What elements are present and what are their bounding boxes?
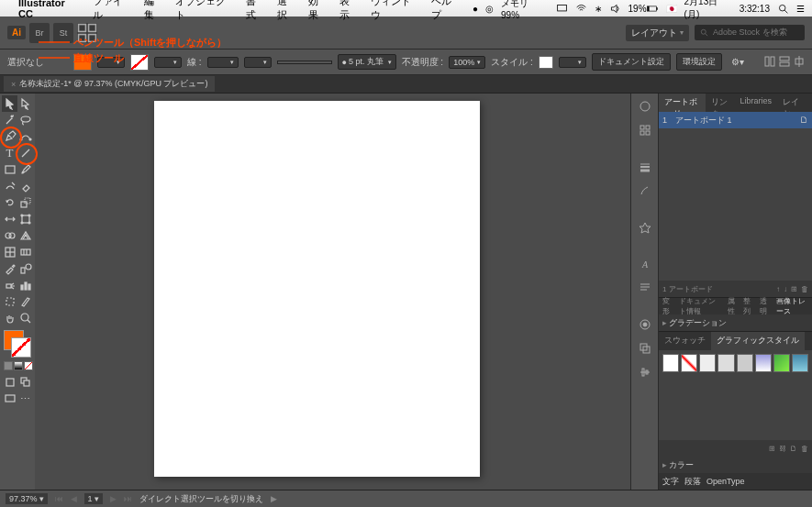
tab-graphic-styles[interactable]: グラフィックスタイル xyxy=(711,332,805,350)
gradient-accordion[interactable]: グラデーション xyxy=(659,314,812,331)
color-accordion[interactable]: カラー xyxy=(659,457,812,473)
artboard-tool[interactable] xyxy=(2,293,17,310)
align-icon-2[interactable] xyxy=(779,56,790,69)
hand-tool[interactable] xyxy=(2,310,17,326)
tab-opentype[interactable]: OpenType xyxy=(706,477,745,486)
break-link-icon[interactable]: ⛓ xyxy=(779,445,786,453)
line-segment-tool[interactable] xyxy=(17,145,33,161)
fill-stroke-indicator[interactable] xyxy=(4,330,33,359)
free-transform-tool[interactable] xyxy=(17,211,33,227)
pathfinder-panel-icon[interactable] xyxy=(634,339,656,358)
new-artboard-icon[interactable]: ⊞ xyxy=(791,285,797,293)
none-mode-button[interactable] xyxy=(24,361,33,370)
menu-file[interactable]: ファイル xyxy=(93,0,133,22)
volume-icon[interactable] xyxy=(609,3,621,15)
brush-preview[interactable] xyxy=(277,61,332,64)
align-icon-1[interactable] xyxy=(764,56,775,69)
workspace-switcher[interactable]: レイアウト xyxy=(626,25,689,41)
input-source-icon[interactable]: 🇯🇵 xyxy=(666,4,677,14)
rotate-tool[interactable] xyxy=(2,194,17,211)
gradient-tool[interactable] xyxy=(17,244,33,260)
appearance-panel-icon[interactable] xyxy=(634,315,656,334)
menu-effect[interactable]: 効果 xyxy=(308,0,328,22)
spotlight-icon[interactable] xyxy=(777,3,789,15)
tab-character[interactable]: 文字 xyxy=(662,476,679,488)
swatches-panel-icon[interactable] xyxy=(634,121,656,139)
stock-button[interactable]: St xyxy=(53,23,73,43)
bluetooth-icon[interactable]: ∗ xyxy=(595,4,602,14)
tab-artboards[interactable]: アートボード xyxy=(659,94,706,112)
selection-tool[interactable] xyxy=(2,95,17,112)
close-tab-icon[interactable]: × xyxy=(11,80,16,89)
menu-type[interactable]: 書式 xyxy=(246,0,266,22)
preferences-button[interactable]: 環境設定 xyxy=(676,53,722,71)
style-swatch-4[interactable] xyxy=(717,354,734,372)
menu-window[interactable]: ウィンドウ xyxy=(371,0,421,22)
align-icon-3[interactable] xyxy=(794,56,805,69)
menu-select[interactable]: 選択 xyxy=(277,0,297,22)
ai-home-button[interactable]: Ai xyxy=(7,26,26,39)
styles-menu-icon[interactable]: ⊞ xyxy=(769,445,775,453)
symbol-sprayer-tool[interactable] xyxy=(2,277,17,293)
eraser-tool[interactable] xyxy=(17,178,33,194)
style-swatch-7[interactable] xyxy=(773,354,790,372)
perspective-grid-tool[interactable] xyxy=(17,227,33,244)
wifi-icon[interactable] xyxy=(575,3,587,15)
style-swatch-2[interactable] xyxy=(681,354,697,372)
slice-tool[interactable] xyxy=(17,293,33,310)
direct-selection-tool[interactable] xyxy=(17,95,33,112)
tab-swatches[interactable]: スウォッチ xyxy=(659,332,711,350)
shaper-tool[interactable] xyxy=(2,178,17,194)
character-panel-icon[interactable]: A xyxy=(634,255,656,273)
date[interactable]: 2月13日(月) xyxy=(684,0,732,21)
mesh-tool[interactable] xyxy=(2,244,17,260)
document-settings-button[interactable]: ドキュメント設定 xyxy=(592,53,671,71)
zoom-tool[interactable] xyxy=(17,310,33,326)
adobe-stock-search[interactable]: Adobe Stock を検索 xyxy=(695,25,805,40)
artboard-list-item[interactable]: 1 アートボード 1 🗋 xyxy=(659,112,812,128)
bridge-button[interactable]: Br xyxy=(29,23,50,43)
arrange-docs-button[interactable] xyxy=(77,23,97,43)
tab-paragraph[interactable]: 段落 xyxy=(684,476,701,488)
menu-view[interactable]: 表示 xyxy=(339,0,360,22)
stroke-swatch[interactable] xyxy=(130,54,149,71)
tab-links[interactable]: リンク xyxy=(706,94,735,112)
shape-builder-tool[interactable] xyxy=(2,227,17,244)
artboard-nav-select[interactable]: 1 ▾ xyxy=(84,493,103,504)
battery-indicator[interactable]: 19% xyxy=(628,3,659,15)
style-swatch-8[interactable] xyxy=(792,354,808,372)
align-panel-icon[interactable] xyxy=(634,363,656,381)
eyedropper-tool[interactable] xyxy=(2,260,17,277)
style-swatch-6[interactable] xyxy=(755,354,772,372)
artboard-1[interactable] xyxy=(154,101,480,477)
move-down-icon[interactable]: ↓ xyxy=(784,285,787,293)
delete-artboard-icon[interactable]: 🗑 xyxy=(801,285,808,293)
nav-next-icon[interactable]: ▶ xyxy=(110,494,117,503)
artboard-options-icon[interactable]: 🗋 xyxy=(800,116,808,125)
tab-layers[interactable]: レイヤー xyxy=(777,94,812,112)
width-tool[interactable] xyxy=(2,211,17,227)
zoom-select[interactable]: 97.37% ▾ xyxy=(6,493,48,504)
style-swatch[interactable] xyxy=(539,56,553,69)
variable-width-select[interactable] xyxy=(244,57,272,68)
brushes-panel-icon[interactable] xyxy=(634,182,656,200)
rectangle-tool[interactable] xyxy=(2,161,17,178)
prefs-icon[interactable]: ⚙▾ xyxy=(731,57,744,67)
symbols-panel-icon[interactable] xyxy=(634,218,656,237)
screen-mode-button[interactable] xyxy=(2,391,17,407)
notifications-icon[interactable]: ☰ xyxy=(796,4,805,14)
move-up-icon[interactable]: ↑ xyxy=(776,285,780,293)
app-name[interactable]: Illustrator CC xyxy=(18,0,82,19)
color-panel-icon[interactable] xyxy=(634,97,656,116)
nav-first-icon[interactable]: ⏮ xyxy=(55,494,63,503)
draw-behind-button[interactable] xyxy=(17,374,33,391)
menu-edit[interactable]: 編集 xyxy=(144,0,164,22)
stroke-panel-icon[interactable] xyxy=(634,158,656,176)
fill-menu[interactable] xyxy=(97,57,125,68)
opacity-input[interactable]: 100% xyxy=(449,56,485,69)
draw-normal-button[interactable] xyxy=(2,374,17,391)
menu-object[interactable]: オブジェクト xyxy=(175,0,236,22)
nav-last-icon[interactable]: ⏭ xyxy=(124,494,132,503)
stroke-weight-select[interactable] xyxy=(207,57,239,68)
stroke-menu[interactable] xyxy=(154,57,182,68)
